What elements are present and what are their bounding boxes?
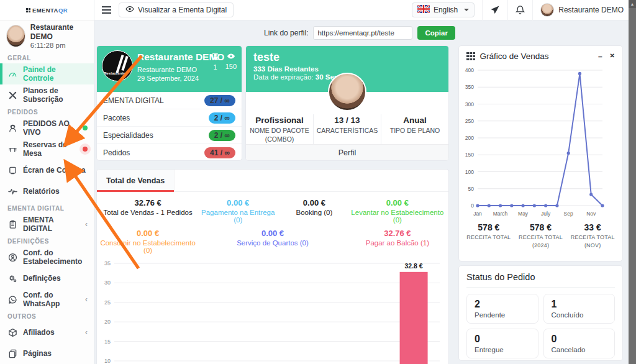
status-tile-entregue: 0 Entregue (466, 329, 538, 358)
bell-icon[interactable] (516, 5, 525, 15)
plan-stat-features: 13 / 13 CARACTERÍSTICAS (313, 114, 381, 144)
box-icon (7, 328, 18, 337)
sales-graph-card: Gráfico de Vendas – ✕ 050100150200250300… (458, 45, 623, 262)
tab-total-de-vendas[interactable]: Total de Vendas (97, 170, 175, 191)
profile-footer-button[interactable]: Perfil (246, 144, 448, 160)
sidebar-user-name: Restaurante DEMO (30, 23, 88, 42)
restaurant-card-subtitle: Restaurante DEMO (137, 65, 207, 74)
revenue-total: 578 € RECEITA TOTAL (463, 222, 515, 249)
profile-link-input[interactable] (313, 26, 412, 40)
hamburger-menu-icon[interactable] (102, 6, 111, 14)
svg-text:Jan: Jan (473, 211, 482, 217)
restaurant-card-title: Restaurante DEMO (137, 52, 207, 63)
sales-bar-chart: 3530252015105032.8 € (97, 258, 445, 364)
svg-text:300: 300 (465, 101, 474, 107)
summary-booking: 0.00 € Booking (0) (279, 198, 349, 224)
svg-text:35: 35 (104, 260, 111, 266)
sidebar-item-relatorios[interactable]: Relatórios (0, 181, 94, 202)
sidebar-item-ecran-de-cozinha[interactable]: Écran de Cozinha (0, 160, 94, 181)
sidebar-item-definicoes[interactable]: Definições (0, 268, 94, 289)
vertical-scrollbar[interactable]: ▲ (629, 0, 636, 364)
saved-count: 1 (214, 63, 217, 71)
svg-text:10: 10 (104, 358, 111, 364)
count-badge: 2 / ∞ (209, 130, 235, 141)
sidebar-item-afiliados[interactable]: Afiliados ‹ (0, 322, 94, 343)
topbar-user-menu[interactable]: Restaurante DEMO (540, 3, 624, 17)
app-logo[interactable]: EMENTAQR (0, 0, 94, 20)
sidebar-user-time: 6:11:28 pm (30, 42, 88, 49)
language-label: English (434, 6, 458, 14)
minimize-button[interactable]: – (598, 53, 602, 60)
green-status-dot (83, 125, 88, 130)
status-tile-cancelado: 0 Cancelado (543, 329, 616, 358)
chevron-left-icon: ‹ (85, 295, 88, 304)
eye-icon (125, 6, 134, 14)
sidebar-item-conf-estabelecimento[interactable]: Conf. do Estabelecimento (0, 247, 94, 268)
sidebar-user[interactable]: Restaurante DEMO 6:11:28 pm (0, 20, 94, 52)
close-button[interactable]: ✕ (610, 53, 615, 60)
summary-consumir: 0.00 € Consumir no Estabelecimento (0) (99, 229, 196, 254)
svg-text:July: July (541, 211, 551, 217)
count-badge: 27 / ∞ (204, 95, 235, 106)
svg-text:25: 25 (104, 299, 111, 306)
plan-expiry-label: Data de expiração: (253, 73, 314, 81)
person-circle-icon (7, 253, 18, 262)
plan-stat-type: Anual TIPO DE PLANO (381, 114, 448, 144)
svg-text:32.8 €: 32.8 € (404, 262, 422, 270)
views-count: 150 (225, 63, 237, 70)
stat-row-pedidos: Pedidos 41 / ∞ (97, 144, 242, 161)
sales-summary-card: Total de Vendas 32.76 € Total de Vendas … (96, 169, 449, 364)
copy-link-button[interactable]: Copiar (417, 26, 455, 40)
view-digital-menu-button[interactable]: Visualizar a Ementa Digital (119, 2, 234, 17)
gears-icon (7, 274, 18, 283)
svg-text:30: 30 (104, 280, 111, 286)
scroll-up-button[interactable]: ▲ (629, 0, 636, 8)
tools-icon (7, 91, 18, 100)
revenue-total-2024: 578 € RECEITA TOTAL(2024) (515, 222, 567, 249)
pulse-icon (7, 187, 18, 196)
clipboard-icon (7, 220, 18, 229)
topbar-user-name: Restaurante DEMO (558, 6, 624, 14)
plan-stat-package: Profissional NOME DO PACOTE(COMBO) (246, 114, 313, 144)
topbar: Visualizar a Ementa Digital English Rest… (94, 0, 629, 20)
sidebar: EMENTAQR Restaurante DEMO 6:11:28 pm GER… (0, 0, 94, 364)
order-status-card: Status do Pedido 2 Pendente 1 Concluído … (458, 265, 623, 361)
status-tile-pendente: 2 Pendente (466, 294, 538, 324)
stat-row-ementa-digital: EMENTA DIGITAL 27 / ∞ (97, 92, 242, 109)
svg-text:Nov: Nov (586, 211, 596, 217)
svg-text:250: 250 (465, 118, 474, 124)
svg-text:350: 350 (465, 84, 474, 90)
whatsapp-icon (7, 295, 18, 304)
logo-text: EMENTAQR (32, 7, 68, 14)
live-orders-icon (7, 124, 18, 133)
status-tile-concluido: 1 Concluído (543, 294, 616, 324)
summary-servico-quartos: 0.00 € Serviço de Quartos (0) (196, 229, 349, 254)
chevron-left-icon: ‹ (85, 328, 88, 337)
language-selector[interactable]: English (412, 2, 475, 17)
restaurant-logo: Restaurante (102, 50, 133, 81)
sales-graph-title: Gráfico de Vendas (480, 52, 549, 61)
summary-pagar-balcao: 32.76 € Pagar ao Balcão (1) (349, 229, 446, 254)
sales-line-chart: 050100150200250300350400JanMarchMayJulyS… (459, 64, 609, 219)
sidebar-item-pedidos-ao-vivo[interactable]: PEDIDOS AO VIVO (0, 117, 94, 139)
sidebar-item-paginas[interactable]: Páginas (0, 343, 94, 364)
svg-text:150: 150 (465, 152, 474, 158)
chevron-down-icon (464, 9, 469, 11)
restaurant-info-card: Restaurante Restaurante DEMO Restaurante… (96, 45, 242, 161)
section-label-geral: GERAL (0, 52, 94, 63)
count-badge: 2 / ∞ (209, 112, 235, 124)
sidebar-item-painel-de-controle[interactable]: Painel de Controle (0, 63, 94, 84)
sidebar-item-planos-de-subscricao[interactable]: Planos de Subscrição (0, 84, 94, 106)
summary-levantar: 0.00 € Levantar no Estabelecimento (0) (349, 198, 446, 224)
sidebar-item-reservas-de-mesa[interactable]: Reservas de Mesa (0, 139, 94, 160)
stat-row-pacotes: Pacotes 2 / ∞ (97, 109, 242, 127)
plan-title: teste (253, 51, 441, 64)
send-icon[interactable] (490, 5, 500, 15)
plan-user-avatar (328, 73, 366, 111)
summary-pagamento-entrega: 0.00 € Pagamento na Entrega (0) (196, 198, 279, 224)
sidebar-item-conf-whatsapp[interactable]: Conf. do WhatsApp ‹ (0, 289, 94, 310)
svg-text:15: 15 (104, 339, 111, 345)
sidebar-item-ementa-digital[interactable]: EMENTA DIGITAL ‹ (0, 214, 94, 235)
topbar-user-avatar (540, 3, 554, 17)
count-badge: 41 / ∞ (204, 147, 235, 158)
